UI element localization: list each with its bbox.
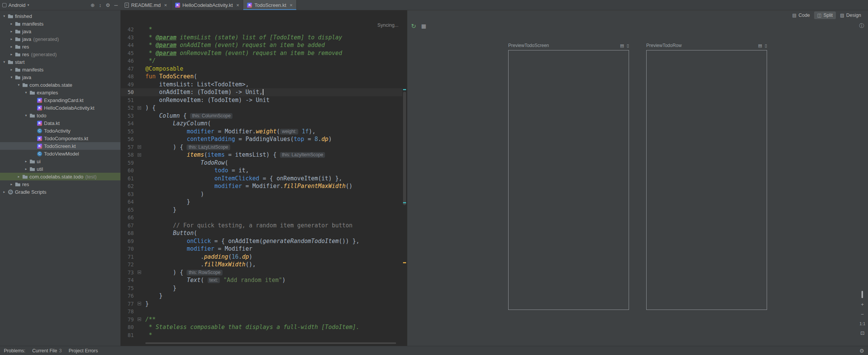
line-number[interactable]: 44 [121, 41, 135, 49]
code-line-71[interactable]: 71 .padding(16.dp) [121, 253, 402, 261]
fold-marker-icon[interactable] [138, 302, 141, 305]
line-number[interactable]: 49 [121, 81, 135, 89]
device-preview-icon[interactable]: ▯ [765, 43, 767, 48]
tree-item-manifests[interactable]: ▸manifests [0, 20, 120, 28]
line-number[interactable]: 55 [121, 128, 135, 136]
code-line-80[interactable]: 80 * Stateless composable that displays … [121, 323, 402, 331]
code-line-67[interactable]: 67 // For quick testing, a random item g… [121, 222, 402, 230]
info-icon[interactable]: ⓘ [859, 23, 864, 29]
code-line-75[interactable]: 75 } [121, 284, 402, 292]
fold-marker-icon[interactable] [138, 106, 141, 110]
line-number[interactable]: 52 [121, 104, 135, 112]
code-line-58[interactable]: 58 items(items = itemsList) { this: Lazy… [121, 151, 402, 159]
tree-item-java-generated[interactable]: ▸java (generated) [0, 35, 120, 43]
tree-item-hellocodelabactivity-kt[interactable]: KHelloCodelabActivity.kt [0, 104, 120, 112]
code-line-66[interactable]: 66 [121, 214, 402, 222]
tree-item-todoscreen-kt[interactable]: KTodoScreen.kt [0, 142, 120, 150]
line-number[interactable]: 72 [121, 261, 135, 269]
tree-item-todoviewmodel[interactable]: CTodoViewModel [0, 150, 120, 157]
editor-tab-todoscreen-kt[interactable]: KTodoScreen.kt× [243, 0, 297, 10]
tree-item-java[interactable]: ▸java [0, 28, 120, 35]
chevron-expanded-icon[interactable]: ▾ [17, 83, 21, 87]
code-line-60[interactable]: 60 todo = it, [121, 167, 402, 175]
code-line-62[interactable]: 62 modifier = Modifier.fillParentMaxWidt… [121, 182, 402, 190]
line-number[interactable]: 62 [121, 182, 135, 190]
code-line-54[interactable]: 54 LazyColumn( [121, 120, 402, 128]
code-line-73[interactable]: 73 ) { this: RowScope [121, 269, 402, 277]
tree-item-start[interactable]: ▾start [0, 58, 120, 66]
code-line-74[interactable]: 74 Text( text: "Add random item") [121, 276, 402, 284]
editor[interactable]: Syncing... 42 *43 * @param itemsList (st… [121, 10, 407, 346]
tree-item-data-kt[interactable]: KData.kt [0, 119, 120, 127]
line-number[interactable]: 48 [121, 73, 135, 81]
info-stripe-mark[interactable] [403, 202, 406, 203]
line-number[interactable]: 64 [121, 198, 135, 206]
line-number[interactable]: 77 [121, 300, 135, 308]
line-number[interactable]: 46 [121, 57, 135, 65]
locate-file-icon[interactable]: ⊕ [91, 3, 95, 8]
chevron-collapsed-icon[interactable]: ▸ [10, 22, 13, 26]
code-line-68[interactable]: 68 Button( [121, 229, 402, 237]
build-refresh-icon[interactable]: ↻ [411, 23, 416, 30]
scrollbar-thumb[interactable] [403, 92, 406, 205]
line-number[interactable]: 76 [121, 292, 135, 300]
code-line-50[interactable]: 50 onAddItem: (TodoItem) -> Unit, [121, 88, 402, 96]
line-number[interactable]: 79 [121, 316, 135, 324]
line-number[interactable]: 53 [121, 112, 135, 120]
code-line-42[interactable]: 42 * [121, 26, 402, 34]
line-number[interactable]: 70 [121, 245, 135, 253]
line-number[interactable]: 65 [121, 206, 135, 214]
emulator-preview-icon[interactable]: ▤ [620, 43, 624, 48]
zoom-out-icon[interactable]: − [861, 311, 864, 317]
tree-item-res-generated[interactable]: ▸res (generated) [0, 50, 120, 58]
line-number[interactable]: 81 [121, 331, 135, 339]
code-line-61[interactable]: 61 onItemClicked = { onRemoveItem(it) }, [121, 175, 402, 183]
chevron-expanded-icon[interactable]: ▾ [10, 75, 13, 79]
tree-item-res[interactable]: ▸res [0, 180, 120, 188]
project-tree[interactable]: ▾finished▸manifests▸java▸java (generated… [0, 10, 121, 346]
tree-item-todo[interactable]: ▾todo [0, 112, 120, 119]
tree-item-finished[interactable]: ▾finished [0, 12, 120, 20]
info-stripe-mark[interactable] [403, 89, 406, 90]
zoom-actual-size-icon[interactable]: 1:1 [860, 321, 865, 326]
fold-marker-icon[interactable] [138, 145, 141, 149]
device-preview-icon[interactable]: ▯ [627, 43, 629, 48]
code-line-53[interactable]: 53 Column { this: ColumnScope [121, 112, 402, 120]
line-number[interactable]: 47 [121, 65, 135, 73]
preview-render-area[interactable] [646, 50, 767, 310]
code-line-79[interactable]: 79/** [121, 316, 402, 324]
preview-render-area[interactable] [508, 50, 629, 310]
line-number[interactable]: 75 [121, 284, 135, 292]
tree-item-ui[interactable]: ▸ui [0, 157, 120, 165]
line-number[interactable]: 73 [121, 269, 135, 277]
tree-item-util[interactable]: ▸util [0, 165, 120, 173]
code-line-43[interactable]: 43 * @param itemsList (state) list of [T… [121, 34, 402, 42]
tree-item-java[interactable]: ▾java [0, 73, 120, 81]
line-number[interactable]: 63 [121, 190, 135, 198]
editor-tab-readme-md[interactable]: ≡README.md× [121, 0, 171, 10]
layout-view-icon[interactable]: ▦ [421, 23, 426, 29]
line-number[interactable]: 58 [121, 151, 135, 159]
settings-gear-icon[interactable]: ⚙ [859, 348, 864, 354]
line-number[interactable]: 80 [121, 323, 135, 331]
code-line-65[interactable]: 65 } [121, 206, 402, 214]
code-line-52[interactable]: 52) { [121, 104, 402, 112]
chevron-collapsed-icon[interactable]: ▸ [10, 52, 13, 56]
emulator-preview-icon[interactable]: ▤ [758, 43, 762, 48]
line-number[interactable]: 42 [121, 26, 135, 34]
line-number[interactable]: 66 [121, 214, 135, 222]
line-number[interactable]: 71 [121, 253, 135, 261]
tree-item-todoactivity[interactable]: CTodoActivity [0, 127, 120, 135]
project-view-selector[interactable]: Android [8, 2, 26, 8]
line-number[interactable]: 45 [121, 49, 135, 57]
line-number[interactable]: 67 [121, 222, 135, 230]
code-line-81[interactable]: 81 * [121, 331, 402, 339]
fold-marker-icon[interactable] [138, 271, 141, 274]
editor-horizontal-scrollbar[interactable] [145, 342, 396, 344]
line-number[interactable]: 68 [121, 229, 135, 237]
tree-item-todocomponents-kt[interactable]: KTodoComponents.kt [0, 135, 120, 142]
code-line-63[interactable]: 63 ) [121, 190, 402, 198]
line-number[interactable]: 61 [121, 175, 135, 183]
code-line-56[interactable]: 56 contentPadding = PaddingValues(top = … [121, 135, 402, 143]
chevron-collapsed-icon[interactable]: ▸ [17, 175, 21, 178]
